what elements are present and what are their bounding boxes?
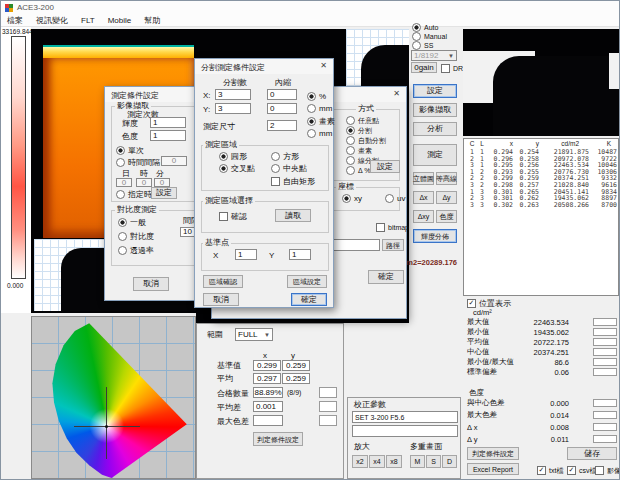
settings-button[interactable]: 設定 [413, 84, 457, 98]
save-button[interactable]: 儲存 [567, 447, 617, 460]
close-icon[interactable]: ✕ [389, 88, 404, 100]
table-row[interactable]: 2 2 0.299 0.259 20374.251 9332 [467, 175, 618, 182]
day-field[interactable]: 0 [116, 178, 132, 187]
camera-preview-panel[interactable] [463, 29, 619, 136]
range-select[interactable]: FULL▼ [235, 328, 273, 341]
radio-contrast[interactable]: 對比度 [118, 232, 154, 241]
radio-transmittance[interactable]: 透過率 [118, 246, 154, 255]
hour-field[interactable]: 0 [136, 178, 152, 187]
bitmap-checkbox[interactable]: bitmap [376, 223, 409, 232]
delta-y-button[interactable]: Δy [436, 191, 457, 204]
radio-inset-mm[interactable]: mm [307, 104, 332, 113]
radio-method-pixel[interactable]: 畫素 [346, 146, 372, 155]
area-set-button[interactable]: 區域設定 [287, 275, 327, 288]
max-color-diff-field[interactable] [253, 415, 283, 426]
txt-file-checkbox[interactable]: txt檔 [537, 466, 563, 475]
menu-flt[interactable]: FLT [81, 16, 95, 25]
radio-auto[interactable]: Auto [412, 23, 438, 32]
x-division-field[interactable]: 3 [215, 89, 251, 100]
analyze-button[interactable]: 分析 [413, 122, 457, 136]
table-row[interactable]: 1 3 0.301 0.265 20451.141 9834 [467, 189, 618, 196]
image-file-checkbox[interactable]: 影像檔 [595, 466, 620, 475]
multi-d-button[interactable]: D [442, 455, 457, 468]
table-row[interactable]: 2 1 0.296 0.258 20972.078 9722 [467, 156, 618, 163]
free-rect-checkbox[interactable]: 自由矩形 [271, 177, 315, 186]
confirm-checkbox[interactable]: 確認 [219, 212, 247, 221]
radio-size-mm[interactable]: mm [307, 129, 332, 138]
calibration-param1-field[interactable]: SET 3-200 F5.6 [352, 411, 458, 423]
calibration-param2-field[interactable] [352, 425, 458, 437]
radio-inset-percent[interactable]: % [307, 92, 326, 101]
zoom-x2-button[interactable]: x2 [352, 455, 368, 468]
ref-x-field[interactable]: 1 [235, 249, 257, 260]
table-row[interactable]: 3 2 0.298 0.257 21028.840 9616 [467, 182, 618, 189]
csv-file-checkbox[interactable]: csv檔 [567, 466, 597, 475]
chroma-count-field[interactable]: 1 [150, 130, 186, 141]
pass-count-field[interactable]: 88.89% [253, 387, 283, 398]
radio-coord-xy[interactable]: xy [342, 194, 362, 203]
menu-help[interactable]: 幫助 [144, 15, 160, 26]
average-diff-field[interactable]: 0.001 [253, 401, 283, 412]
shutter-select[interactable]: 1/8192▼ [411, 50, 457, 61]
menu-mobile[interactable]: Mobile [108, 16, 132, 25]
radio-normal[interactable]: 一般 [118, 218, 146, 227]
minute-field[interactable]: 0 [154, 178, 170, 187]
radio-method-auto-split[interactable]: 自動分割 [346, 136, 386, 145]
interval-field[interactable]: 0 [161, 156, 187, 166]
radio-manual[interactable]: Manual [412, 32, 447, 41]
radio-method-split[interactable]: 分割 [346, 126, 372, 135]
close-icon[interactable]: ✕ [316, 60, 331, 72]
y-inset-field[interactable]: 0 [267, 103, 297, 114]
radio-coord-uv[interactable]: uv [385, 194, 405, 203]
zero-gain-button[interactable]: 0gain [411, 62, 437, 73]
multi-m-button[interactable]: M [410, 455, 425, 468]
read-button[interactable]: 讀取 [275, 209, 311, 222]
cancel-button[interactable]: 取消 [203, 293, 239, 306]
zoom-x8-button[interactable]: x8 [386, 455, 402, 468]
ok-button[interactable]: 確定 [291, 293, 327, 306]
multi-s-button[interactable]: S [426, 455, 441, 468]
table-row[interactable]: 3 1 0.295 0.256 22463.534 10046 [467, 162, 618, 169]
size-field[interactable]: 2 [267, 120, 297, 131]
radio-method-delta-pct[interactable]: Δ % [346, 166, 370, 175]
radio-area-cross[interactable]: 交叉點 [219, 164, 255, 173]
lum-count-field[interactable]: 1 [150, 117, 186, 128]
table-row[interactable]: 2 3 0.301 0.262 19435.062 8897 [467, 195, 618, 202]
results-table[interactable]: C L x y cd/m2 K 1 1 0.294 0.254 21891.87… [463, 138, 619, 296]
contour-button[interactable]: 等高線 [436, 172, 457, 185]
ok-button[interactable]: 確定 [368, 270, 404, 284]
method-set-button[interactable]: 設定 [370, 160, 400, 173]
radio-area-circle[interactable]: 圓形 [219, 152, 247, 161]
menu-file[interactable]: 檔案 [7, 15, 23, 26]
graph3d-button[interactable]: 立體圖 [413, 172, 434, 185]
position-display-checkbox[interactable]: 位置表示 [467, 299, 511, 308]
table-row[interactable]: 1 2 0.293 0.255 20776.730 10306 [467, 169, 618, 176]
radio-method-any-point[interactable]: 任意點 [346, 116, 379, 125]
time-set-button[interactable]: 設定 [151, 187, 177, 199]
capture-button[interactable]: 影像擷取 [413, 103, 457, 117]
delta-x-button[interactable]: Δx [413, 191, 434, 204]
radio-area-center[interactable]: 中央點 [271, 164, 307, 173]
ref-y-field[interactable]: 1 [289, 249, 311, 260]
y-division-field[interactable]: 3 [215, 103, 251, 114]
path-button[interactable]: 路徑 [382, 239, 404, 251]
zoom-x4-button[interactable]: x4 [369, 455, 385, 468]
area-confirm-button[interactable]: 區域確認 [203, 275, 243, 288]
radio-interval[interactable]: 時間間隔 [116, 158, 160, 167]
radio-size-pixel[interactable]: 畫素 [307, 117, 335, 126]
chroma-button[interactable]: 色度 [436, 210, 457, 223]
output-path-field[interactable] [330, 239, 380, 251]
delta-xy-button[interactable]: Δxy [413, 210, 434, 223]
x-inset-field[interactable]: 0 [267, 89, 297, 100]
measure-button[interactable]: 測定 [413, 144, 457, 166]
cie-diagram-panel[interactable] [31, 316, 196, 479]
radio-ss[interactable]: SS [412, 41, 433, 50]
judgment-condition-button[interactable]: 判定條件設定 [467, 447, 519, 460]
luminance-distribution-button[interactable]: 輝度分佈 [413, 229, 457, 243]
radio-single[interactable]: 單次 [116, 146, 144, 155]
table-row[interactable]: 3 3 0.302 0.263 20508.266 8700 [467, 202, 618, 209]
menu-video-change[interactable]: 視訊變化 [36, 15, 68, 26]
radio-area-square[interactable]: 方形 [271, 152, 299, 161]
excel-report-button[interactable]: Excel Report [467, 463, 519, 475]
table-row[interactable]: 1 1 0.294 0.254 21891.875 10487 [467, 149, 618, 156]
